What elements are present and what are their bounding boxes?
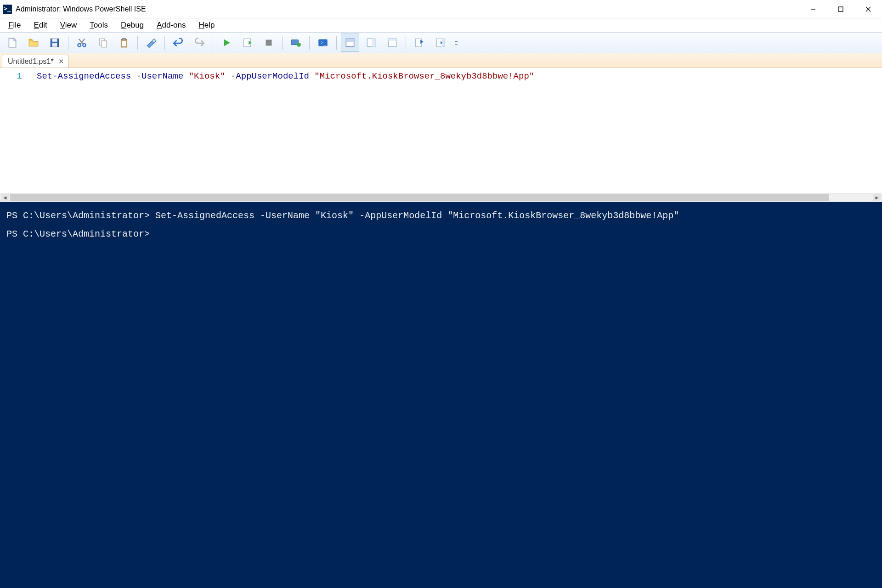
maximize-button[interactable] <box>827 0 854 18</box>
svg-point-17 <box>297 43 301 47</box>
svg-rect-21 <box>346 39 354 42</box>
clear-icon[interactable] <box>142 34 160 52</box>
code-line: Set-AssignedAccess -UserName "Kiosk" -Ap… <box>37 70 540 83</box>
powershell-tab-icon[interactable]: >_ <box>314 34 332 52</box>
menu-addons[interactable]: Add-ons <box>150 19 192 32</box>
console-line: PS C:\Users\Administrator> <box>6 225 876 243</box>
svg-text:>_: >_ <box>321 40 327 46</box>
show-command-addon-icon[interactable] <box>410 34 429 52</box>
scroll-right-icon[interactable]: ► <box>873 194 881 201</box>
close-button[interactable] <box>854 0 882 18</box>
run-selection-icon[interactable] <box>238 34 257 52</box>
scroll-left-icon[interactable]: ◄ <box>1 194 9 201</box>
menu-help[interactable]: Help <box>192 19 221 32</box>
save-icon[interactable] <box>45 34 64 52</box>
tab-close-icon[interactable]: ✕ <box>58 57 64 66</box>
menu-view[interactable]: View <box>54 19 84 32</box>
menu-file[interactable]: File <box>2 19 27 32</box>
tab-label: Untitled1.ps1* <box>8 57 54 66</box>
show-command-window-icon[interactable] <box>431 34 450 52</box>
svg-rect-6 <box>52 43 57 47</box>
copy-icon[interactable] <box>94 34 112 52</box>
svg-rect-25 <box>388 39 396 40</box>
titlebar: >_ Administrator: Windows PowerShell ISE <box>0 0 882 18</box>
svg-rect-23 <box>372 39 375 46</box>
menubar: File Edit View Tools Debug Add-ons Help <box>0 18 882 32</box>
svg-rect-5 <box>52 39 57 42</box>
svg-rect-13 <box>122 41 126 46</box>
svg-rect-15 <box>266 40 272 46</box>
svg-rect-1 <box>838 7 843 11</box>
file-tab[interactable]: Untitled1.ps1* ✕ <box>2 55 68 68</box>
svg-rect-12 <box>123 38 126 40</box>
app-icon: >_ <box>3 5 12 14</box>
console-pane[interactable]: PS C:\Users\Administrator> Set-AssignedA… <box>0 202 882 588</box>
svg-rect-10 <box>102 41 107 47</box>
redo-icon[interactable] <box>190 34 209 52</box>
toolbar-overflow-icon[interactable] <box>452 34 460 52</box>
line-number-gutter: 1 <box>0 68 28 193</box>
minimize-button[interactable] <box>799 0 827 18</box>
scroll-thumb[interactable] <box>10 194 829 201</box>
remote-icon[interactable] <box>287 34 305 52</box>
editor-hscrollbar[interactable]: ◄ ► <box>0 193 882 202</box>
paste-icon[interactable] <box>115 34 133 52</box>
menu-edit[interactable]: Edit <box>27 19 53 32</box>
show-script-pane-right-icon[interactable] <box>362 34 380 52</box>
new-file-icon[interactable] <box>3 34 22 52</box>
undo-icon[interactable] <box>169 34 187 52</box>
script-editor[interactable]: 1 Set-AssignedAccess -UserName "Kiosk" -… <box>0 68 882 193</box>
run-script-icon[interactable] <box>217 34 236 52</box>
open-file-icon[interactable] <box>24 34 43 52</box>
menu-tools[interactable]: Tools <box>83 19 114 32</box>
show-script-pane-top-icon[interactable] <box>341 34 359 52</box>
window-title: Administrator: Windows PowerShell ISE <box>16 5 146 13</box>
tabstrip: Untitled1.ps1* ✕ <box>0 53 882 68</box>
show-script-pane-max-icon[interactable] <box>383 34 401 52</box>
menu-debug[interactable]: Debug <box>114 19 150 32</box>
stop-icon[interactable] <box>260 34 278 52</box>
toolbar: >_ <box>0 32 882 53</box>
cut-icon[interactable] <box>73 34 91 52</box>
console-line: PS C:\Users\Administrator> Set-AssignedA… <box>6 207 876 225</box>
